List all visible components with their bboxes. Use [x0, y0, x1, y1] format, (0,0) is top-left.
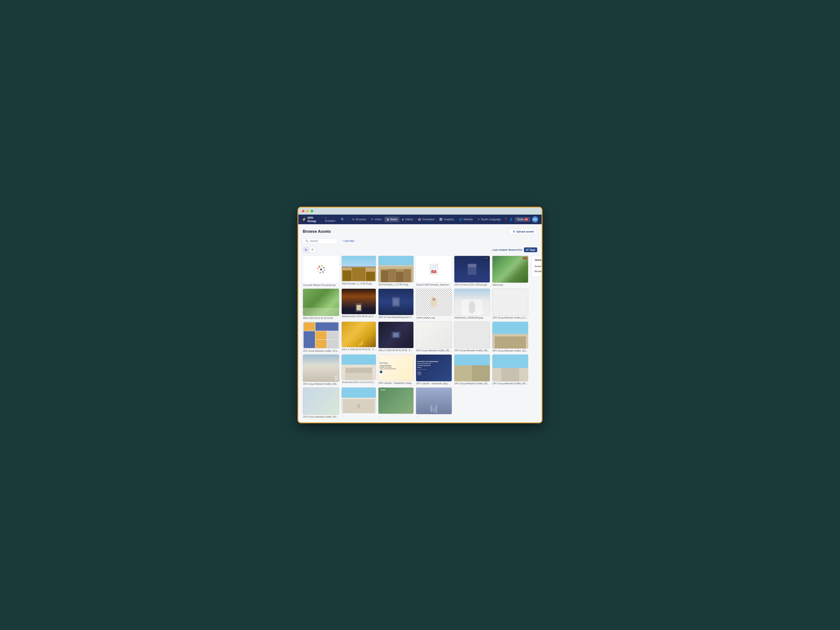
- asset-item[interactable]: AdobeStock_203905359.jpeg: [454, 289, 490, 319]
- asset-thumbnail: DFK Group Anlageimmobilien:Erträge vom e…: [378, 354, 414, 381]
- asset-item[interactable]: Zalets-original-.png: [416, 289, 452, 319]
- nav-item-website-label: Website: [463, 218, 473, 221]
- tasks-button[interactable]: Tasks ⊟: [515, 217, 530, 222]
- asset-thumbnail: [341, 354, 376, 380]
- upload-icon: ⬆: [513, 230, 515, 233]
- user-icon[interactable]: 👤: [509, 218, 513, 221]
- nav-item-videos[interactable]: ▶ Videos: [400, 216, 415, 222]
- asset-name: DFK IG-Feed (1200 x 628 px).jpg: [454, 284, 490, 286]
- asset-name: ...: [341, 414, 376, 417]
- asset-item[interactable]: DFK Group Webseite Grafike_02.p...: [303, 322, 339, 352]
- add-filter-button[interactable]: + Add filter: [340, 238, 356, 244]
- asset-name: Screenshot-2021-12-22-at-16.21...: [341, 381, 376, 384]
- asset-thumbnail: [416, 387, 452, 414]
- asset-item[interactable]: ...: [416, 387, 452, 418]
- sort-label[interactable]: ↕ Last created: Newest first: [491, 248, 522, 251]
- asset-item[interactable]: DFK Group Webseite Grafike_061...: [454, 354, 490, 385]
- nav-item-media[interactable]: ▦ Media: [384, 216, 399, 222]
- asset-name: DALL·E 2024-06-05 05.28:06 - A...: [378, 349, 414, 352]
- asset-name: Bad Kissingen_6_12.08.24.jpg: [341, 283, 376, 285]
- user-avatar[interactable]: DS: [532, 216, 538, 223]
- asset-item[interactable]: DFK Group Webseite Grafike_061...: [492, 354, 528, 385]
- nav-item-structure[interactable]: ⊞ Structure: [350, 216, 368, 222]
- videos-icon: ▶: [402, 218, 404, 221]
- asset-item[interactable]: Bad Kissingen_2_12.08.24.jpg: [378, 256, 414, 286]
- nav-brand[interactable]: ⚡ DFK Group: [302, 216, 321, 223]
- nav-item-structure-label: Structure: [355, 218, 366, 221]
- asset-item[interactable]: Immobilien als Kapitalanlage:Mehr Sicher…: [416, 354, 452, 385]
- tags-button[interactable]: 🏷 Tags: [524, 248, 537, 252]
- asset-item[interactable]: DFK Group Webseite Grafike_061...: [492, 322, 528, 352]
- asset-item[interactable]: DFK Group Webseite Grafike_061...: [303, 387, 339, 418]
- asset-item[interactable]: ...: [378, 387, 414, 418]
- add-filter-label: + Add filter: [342, 240, 355, 243]
- nav-item-studio-language[interactable]: ✕ Studio Language: [475, 216, 503, 222]
- create-button[interactable]: + Erstellen: [323, 215, 338, 223]
- upload-assets-button[interactable]: ⬆ Upload assets: [510, 229, 537, 235]
- asset-thumbnail: [341, 387, 376, 413]
- maximize-dot[interactable]: [311, 210, 313, 212]
- media-icon: ▦: [387, 218, 389, 221]
- asset-item[interactable]: Inmocafe Webseit Thumbnail.svg: [303, 256, 339, 286]
- asset-item[interactable]: Screenshot-2021-12-22-at-16.21...: [341, 354, 376, 385]
- asset-name: DFK Group Webseite Grafike_01 (...: [492, 317, 528, 319]
- nav-item-analytics[interactable]: 📊 Analytics: [437, 216, 456, 222]
- asset-thumbnail: [303, 387, 339, 415]
- upload-label: Upload assets: [516, 230, 534, 233]
- minimize-dot[interactable]: [306, 210, 309, 212]
- asset-item[interactable]: DFK Group Webseite Grafike_01 (...: [492, 289, 528, 319]
- help-icon[interactable]: ❓: [504, 218, 507, 221]
- asset-item[interactable]: DFK Group Webseite Grafike_061...: [416, 322, 452, 352]
- nav-item-schedules[interactable]: 📅 Schedules: [415, 216, 437, 222]
- search-nav-icon[interactable]: 🔍: [339, 217, 346, 222]
- nav-item-analytics-label: Analytics: [444, 218, 454, 221]
- vision-icon: 👁: [371, 218, 374, 221]
- asset-thumbnail: [303, 354, 339, 382]
- asset-item[interactable]: 📄 pdf Exposé_Bad Kissingen_Eigennut...: [416, 256, 452, 286]
- asset-item[interactable]: Bild14.png: [492, 256, 528, 286]
- asset-name: DFK Group Webseite Grafike_061...: [492, 350, 528, 352]
- list-view-button[interactable]: ☰: [309, 247, 316, 253]
- asset-item[interactable]: DALL·E 2024-06-05 05.50.29 - A...: [341, 322, 376, 352]
- asset-name: DFK Group Webseite Grafike_061...: [454, 349, 490, 352]
- svg-point-7: [317, 270, 319, 272]
- tags-panel: TAGS ✏ Avatar 🔍 ✏ 🗑 Berater 🔍 ✏: [532, 256, 543, 277]
- asset-item[interactable]: Bad Kissingen_6_12.08.24.jpg: [341, 256, 376, 286]
- nav-divider: [348, 217, 348, 222]
- tags-panel-title: TAGS: [535, 259, 542, 261]
- studio-language-icon: ✕: [478, 218, 480, 221]
- asset-name: DFK Group Webseite Grafike_061...: [416, 349, 452, 352]
- nav-item-videos-label: Videos: [405, 218, 413, 221]
- asset-item[interactable]: Bildschirmfoto 2024-09-04 um 0...: [341, 289, 376, 319]
- sort-value: Last created: Newest first: [493, 248, 522, 251]
- brand-label: DFK Group: [308, 216, 321, 223]
- asset-thumbnail: [378, 256, 414, 283]
- avatar-initials: DS: [533, 218, 537, 221]
- asset-item[interactable]: DFK Group Webseite Grafike_061...: [303, 354, 339, 385]
- nav-item-website[interactable]: 🌐 Website: [457, 216, 475, 222]
- asset-name: Bildschirmfoto 2024-09-04 um 0...: [341, 315, 376, 317]
- asset-thumbnail: [454, 322, 490, 349]
- asset-thumbnail: [378, 322, 414, 348]
- asset-item[interactable]: DFK IG-Feed-Blog-Beitrag-Herr S...: [378, 289, 414, 319]
- grid-view-button[interactable]: ⊞: [303, 247, 309, 253]
- asset-name: Bild2-2022-03-01-19-42-24-66...: [303, 317, 339, 319]
- asset-name: Bild14.png: [492, 284, 528, 286]
- close-dot[interactable]: [302, 210, 305, 212]
- asset-thumbnail: [454, 354, 490, 381]
- asset-item[interactable]: Bild2-2022-03-01-19-42-24-66...: [303, 289, 339, 319]
- asset-item[interactable]: DALL·E 2024-06-05 05.28:06 - A...: [378, 322, 414, 352]
- asset-item[interactable]: ...: [341, 387, 376, 418]
- asset-thumbnail: [416, 289, 452, 316]
- browser-titlebar: [298, 208, 542, 215]
- asset-thumbnail: [454, 289, 490, 316]
- nav-item-vision[interactable]: 👁 Vision: [369, 216, 384, 222]
- asset-item[interactable]: DFK Group Webseite Grafike_061...: [454, 322, 490, 352]
- tags-label: Tags: [530, 248, 535, 251]
- asset-item[interactable]: DFK DFK IG-Feed (1200 x 628 px).jpg: [454, 256, 490, 286]
- asset-item[interactable]: DFK Group Anlageimmobilien:Erträge vom e…: [378, 354, 414, 385]
- search-box[interactable]: 🔍: [303, 238, 338, 244]
- asset-name: DFK LinkedIn - Headerbild_Anlag...: [378, 382, 414, 384]
- search-input[interactable]: [310, 240, 335, 243]
- asset-name: Zalets-original-.png: [416, 317, 452, 319]
